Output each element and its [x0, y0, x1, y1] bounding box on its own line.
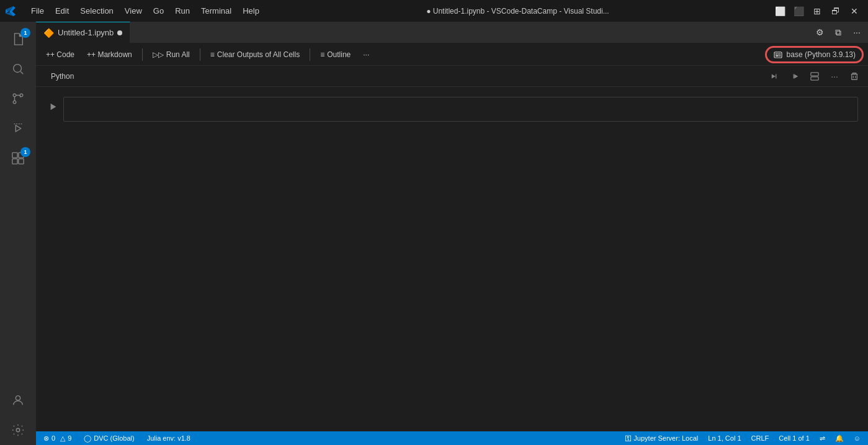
feedback-button[interactable]: ☺: [851, 434, 863, 442]
status-right: ⚿ Jupyter Server: Local Ln 1, Col 1 CRLF…: [622, 434, 863, 443]
more-notebook-actions[interactable]: ···: [358, 48, 374, 61]
main-layout: 1: [0, 22, 868, 445]
svg-rect-24: [852, 74, 857, 79]
activity-explorer[interactable]: 1: [3, 24, 33, 54]
title-bar: File Edit Selection View Go Run Terminal…: [0, 0, 868, 22]
run-above-button[interactable]: [766, 68, 784, 84]
svg-rect-12: [774, 52, 782, 58]
menu-go[interactable]: Go: [148, 5, 169, 17]
toolbar-separator-2: [200, 48, 200, 61]
code-cell: [36, 97, 868, 128]
kernel-label: base (Python 3.9.13): [787, 50, 856, 59]
cell-info-text: Cell 1 of 1: [779, 434, 810, 442]
cell-editor[interactable]: [63, 97, 858, 122]
line-ending-indicator[interactable]: CRLF: [749, 434, 772, 442]
activity-source-control[interactable]: [3, 84, 33, 114]
menu-run[interactable]: Run: [170, 5, 195, 17]
run-all-label: Run All: [166, 50, 190, 59]
notifications-button[interactable]: 🔔: [833, 434, 846, 443]
source-control-indicator[interactable]: ◯ DVC (Global): [81, 434, 136, 443]
more-cell-actions[interactable]: ···: [826, 68, 843, 84]
split-editor-action[interactable]: ⧉: [830, 24, 847, 41]
cell-info-indicator[interactable]: Cell 1 of 1: [776, 434, 812, 442]
svg-rect-13: [776, 53, 777, 55]
outline-button[interactable]: ≡ Outline: [315, 48, 356, 61]
error-icon: ⊗: [43, 434, 49, 443]
errors-indicator[interactable]: ⊗ 0 △ 9: [41, 434, 74, 443]
activity-bar: 1: [0, 22, 36, 445]
warning-count: 9: [68, 434, 71, 442]
svg-point-2: [13, 94, 16, 97]
add-code-icon: +: [46, 50, 50, 59]
cell-run-button[interactable]: [46, 99, 61, 114]
kernel-button[interactable]: base (Python 3.9.13): [766, 47, 863, 63]
language-indicator: Python: [41, 72, 74, 81]
close-button[interactable]: ✕: [846, 4, 863, 19]
jupyter-server-indicator[interactable]: ⚿ Jupyter Server: Local: [622, 434, 700, 442]
activity-account[interactable]: [3, 385, 33, 415]
activity-run-debug[interactable]: [3, 114, 33, 143]
run-all-button[interactable]: ▷▷ Run All: [148, 48, 195, 61]
svg-rect-17: [779, 55, 781, 56]
svg-line-1: [20, 71, 23, 74]
add-code-button[interactable]: + + Code: [41, 48, 79, 61]
svg-point-10: [16, 396, 20, 400]
clear-outputs-icon: ≡: [210, 50, 215, 59]
vscode-logo: [5, 4, 16, 17]
split-cell-button[interactable]: [806, 68, 823, 84]
tab-notebook[interactable]: 🔶 Untitled-1.ipynb: [36, 22, 130, 43]
window-title: ● Untitled-1.ipynb - VSCode-DataCamp - V…: [269, 7, 766, 16]
more-actions[interactable]: ···: [848, 24, 866, 41]
menu-bar: File Edit Selection View Go Run Terminal…: [26, 5, 264, 17]
jupyter-server-text: ⚿ Jupyter Server: Local: [625, 434, 698, 442]
extensions-badge: 1: [20, 147, 30, 157]
svg-rect-23: [811, 76, 818, 79]
notebook-toolbar: + + Code + + Markdown ▷▷ Run All ≡ Clear…: [36, 43, 868, 66]
line-ending-text: CRLF: [751, 434, 769, 442]
add-markdown-icon: +: [87, 50, 91, 59]
window-controls: ⬜ ⬛ ⊞ 🗗 ✕: [771, 4, 863, 19]
outline-label: Outline: [327, 50, 351, 59]
menu-terminal[interactable]: Terminal: [196, 5, 236, 17]
tab-bar: 🔶 Untitled-1.ipynb ⚙ ⧉ ···: [36, 22, 868, 43]
menu-help[interactable]: Help: [238, 5, 264, 17]
add-code-label: + Code: [50, 50, 74, 59]
remote-icon: ⇌: [820, 434, 825, 443]
add-markdown-button[interactable]: + + Markdown: [82, 48, 137, 61]
layout-button-2[interactable]: ⬛: [790, 4, 807, 19]
svg-marker-27: [51, 104, 56, 110]
layout-button-3[interactable]: ⊞: [808, 4, 826, 19]
remote-button[interactable]: ⇌: [817, 434, 828, 443]
svg-point-3: [13, 101, 16, 104]
svg-rect-22: [811, 72, 818, 75]
restore-button[interactable]: 🗗: [827, 4, 844, 19]
menu-selection[interactable]: Selection: [75, 5, 118, 17]
run-below-button[interactable]: [786, 68, 803, 84]
modified-dot: [117, 30, 122, 35]
clear-outputs-button[interactable]: ≡ Clear Outputs of All Cells: [205, 48, 305, 61]
bell-icon: 🔔: [835, 434, 844, 443]
menu-file[interactable]: File: [26, 5, 49, 17]
svg-rect-16: [776, 55, 779, 56]
svg-rect-6: [12, 153, 17, 158]
svg-point-11: [16, 428, 20, 432]
tab-name: Untitled-1.ipynb: [58, 28, 114, 37]
julia-env-indicator[interactable]: Julia env: v1.8: [145, 434, 193, 442]
menu-edit[interactable]: Edit: [50, 5, 74, 17]
feedback-icon: ☺: [854, 434, 861, 442]
kernel-icon: [773, 50, 783, 60]
activity-search[interactable]: [3, 54, 33, 84]
delete-cell-button[interactable]: [846, 68, 863, 84]
settings-action[interactable]: ⚙: [811, 24, 828, 41]
layout-button-1[interactable]: ⬜: [771, 4, 789, 19]
cell-toolbar: Python ···: [36, 66, 868, 87]
svg-rect-15: [779, 53, 781, 55]
clear-outputs-label: Clear Outputs of All Cells: [217, 50, 300, 59]
notebook-content[interactable]: [36, 87, 868, 431]
menu-view[interactable]: View: [120, 5, 147, 17]
position-indicator[interactable]: Ln 1, Col 1: [705, 434, 743, 442]
activity-extensions[interactable]: 1: [3, 143, 33, 173]
tab-bar-actions: ⚙ ⧉ ···: [811, 22, 868, 43]
activity-settings[interactable]: [3, 415, 33, 445]
status-bar: ⊗ 0 △ 9 ◯ DVC (Global) Julia env: v1.8 ⚿…: [36, 431, 868, 445]
